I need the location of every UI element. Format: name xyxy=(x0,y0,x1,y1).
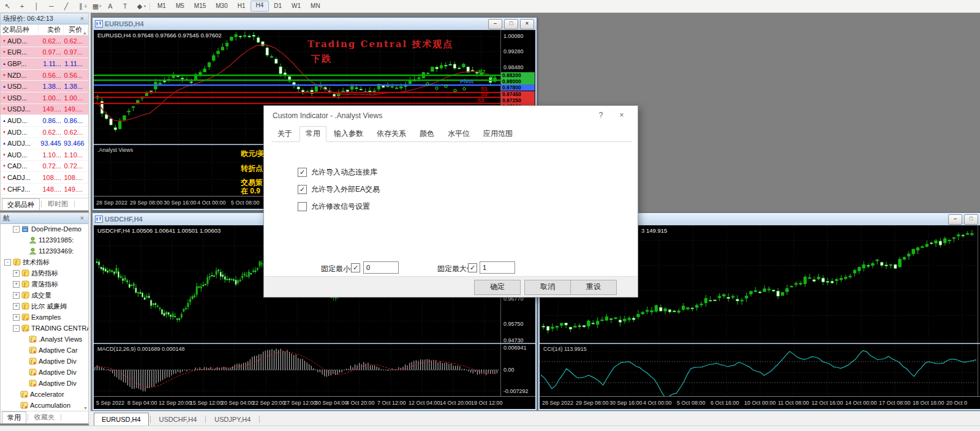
tool-fibonacci-icon[interactable]: ▦F xyxy=(88,1,103,12)
minimize-button[interactable]: – xyxy=(488,19,502,29)
tool-cursor-icon[interactable]: ↖ xyxy=(0,1,15,12)
tree-item-trading-central[interactable]: -fTRADING CENTRAL xyxy=(1,323,88,334)
symbol-row[interactable]: ▼USD...1.00...1.00... xyxy=(1,92,88,104)
tree-item-adaptive-div[interactable]: fAdaptive Div xyxy=(1,367,88,378)
symbol-row[interactable]: ▼USDJ...149....149.... xyxy=(1,104,88,116)
tree-item-112393469-[interactable]: 112393469: xyxy=(1,245,88,257)
expand-toggle[interactable]: - xyxy=(13,325,20,332)
tree-item-成交量[interactable]: +f成交量 xyxy=(1,290,88,301)
tool-crosshair-icon[interactable]: + xyxy=(15,1,29,12)
tool-text-icon[interactable]: A xyxy=(103,1,118,12)
expand-toggle[interactable]: + xyxy=(13,281,20,288)
close-icon[interactable]: × xyxy=(617,111,627,119)
symbol-row[interactable]: ▼NZD...0.56...0.56... xyxy=(1,70,88,81)
checkbox-checked[interactable]: ✓ xyxy=(298,168,307,177)
column-header-1[interactable]: 卖价 xyxy=(39,24,64,35)
market-watch-tab-交易品种[interactable]: 交易品种 xyxy=(2,198,40,210)
dialog-tab-应用范围[interactable]: 应用范围 xyxy=(477,126,519,141)
tree-item-adaptive-div[interactable]: fAdaptive Div xyxy=(1,378,88,389)
fixed-max-checkbox[interactable]: ✓ xyxy=(468,263,477,272)
symbol-row[interactable]: ▼EUR...0.97...0.97... xyxy=(1,47,88,59)
scroll-down-icon[interactable]: ▼ xyxy=(83,406,88,410)
close-icon[interactable]: × xyxy=(78,15,86,22)
tool-text-label-icon[interactable]: T xyxy=(118,1,132,12)
expand-toggle[interactable]: - xyxy=(13,226,20,233)
tool-vertical-line-icon[interactable]: │ xyxy=(29,1,44,12)
market-watch-tab-即时图[interactable]: 即时图 xyxy=(43,198,73,210)
chart-tab-eurusd-h4[interactable]: EURUSD,H4 xyxy=(94,413,149,425)
maximize-button[interactable]: □ xyxy=(964,214,978,225)
reset-button[interactable]: 重设 xyxy=(570,280,617,295)
fixed-min-checkbox[interactable]: ✓ xyxy=(351,263,360,272)
symbol-row[interactable]: ▲USD...1.38...1.38... xyxy=(1,81,88,92)
tree-item-趋势指标[interactable]: +f趋势指标 xyxy=(1,268,88,279)
checkbox-unchecked[interactable] xyxy=(298,202,307,211)
dialog-titlebar[interactable]: Custom Indicator - .Analyst Views xyxy=(264,106,638,126)
chart-tab-usdchf-h4[interactable]: USDCHF,H4 xyxy=(152,413,205,425)
timeframe-d1-button[interactable]: D1 xyxy=(269,1,287,11)
column-header-2[interactable]: 买价 xyxy=(64,24,85,35)
timeframe-mn-button[interactable]: MN xyxy=(306,1,325,11)
timeframe-w1-button[interactable]: W1 xyxy=(287,1,306,11)
navigator-titlebar[interactable]: 航 × xyxy=(1,213,88,224)
tool-equidistant-channel-icon[interactable]: ∥E xyxy=(74,1,88,12)
expand-toggle[interactable]: + xyxy=(13,270,20,277)
tree-item-dooprime-demo[interactable]: -DooPrime-Demo xyxy=(1,223,88,234)
timeframe-m5-button[interactable]: M5 xyxy=(171,1,189,11)
ok-button[interactable]: 确定 xyxy=(474,280,521,295)
market-watch-titlebar[interactable]: 场报价: 06:42:13 × xyxy=(1,13,88,24)
tree-item-accelerator[interactable]: fAccelerator xyxy=(1,389,88,400)
tree-item-adaptive-div[interactable]: fAdaptive Div xyxy=(1,356,88,367)
navigator-tab-常用[interactable]: 常用 xyxy=(2,411,26,423)
timeframe-m15-button[interactable]: M15 xyxy=(189,1,211,11)
expand-toggle[interactable]: + xyxy=(13,303,20,310)
dialog-tab-关于[interactable]: 关于 xyxy=(271,126,298,141)
tool-trendline-icon[interactable]: ╱ xyxy=(59,1,74,12)
tree-item-112391985-[interactable]: 112391985: xyxy=(1,234,88,245)
tree-item-adaptive-car[interactable]: fAdaptive Car xyxy=(1,345,88,356)
dialog-tab-常用[interactable]: 常用 xyxy=(300,126,326,142)
checkbox-checked[interactable]: ✓ xyxy=(298,185,307,194)
close-button[interactable]: × xyxy=(520,19,534,29)
symbol-row[interactable]: ▲AUDJ...93.44593.466 xyxy=(1,138,88,149)
expand-toggle[interactable]: - xyxy=(4,259,11,266)
symbol-row[interactable]: ▼AUD...1.10...1.10... xyxy=(1,149,88,161)
pane-splitter[interactable] xyxy=(540,343,980,344)
expand-toggle[interactable]: + xyxy=(13,314,20,321)
timeframe-m1-button[interactable]: M1 xyxy=(153,1,171,11)
help-icon[interactable]: ? xyxy=(596,111,606,119)
dialog-tab-水平位[interactable]: 水平位 xyxy=(442,126,476,141)
timeframe-h1-button[interactable]: H1 xyxy=(233,1,251,11)
fixed-min-input[interactable]: 0 xyxy=(363,261,399,274)
tool-shapes-icon[interactable]: ◆▾ xyxy=(132,1,147,12)
symbol-row[interactable]: ▼CADJ...108....108.... xyxy=(1,172,88,184)
symbol-row[interactable]: ▼AUD...0.62...0.62... xyxy=(1,127,88,138)
tree-item-examples[interactable]: +fExamples xyxy=(1,312,88,323)
tree-item-技术指标[interactable]: -f技术指标 xyxy=(1,257,88,268)
navigator-tab-收藏夹[interactable]: 收藏夹 xyxy=(29,411,59,423)
close-icon[interactable]: × xyxy=(78,215,86,222)
timeframe-h4-button[interactable]: H4 xyxy=(251,1,270,12)
symbol-row[interactable]: ▼CAD...0.72...0.72... xyxy=(1,161,88,173)
maximize-button[interactable]: □ xyxy=(504,19,518,29)
dialog-tab-依存关系[interactable]: 依存关系 xyxy=(371,126,412,141)
tree-item-accumulation[interactable]: fAccumulation xyxy=(1,400,88,411)
panel-splitter[interactable] xyxy=(89,12,91,425)
fixed-max-input[interactable]: 1 xyxy=(480,261,515,274)
tree-item-震荡指标[interactable]: +f震荡指标 xyxy=(1,279,88,290)
minimize-button[interactable]: – xyxy=(948,214,962,225)
dialog-tab-输入参数[interactable]: 输入参数 xyxy=(328,126,369,141)
pane-splitter[interactable] xyxy=(94,343,535,344)
symbol-row[interactable]: ▲GBP...1.11...1.11... xyxy=(1,58,88,70)
chart-tab-usdjpy-h4[interactable]: USDJPY,H4 xyxy=(207,413,258,425)
symbol-row[interactable]: ▼CHFJ...148....149.... xyxy=(1,184,88,195)
dialog-tab-颜色[interactable]: 颜色 xyxy=(413,126,440,141)
symbol-row[interactable]: ▲AUD...0.86...0.86... xyxy=(1,115,88,127)
expand-toggle[interactable]: + xyxy=(13,292,20,299)
column-header-0[interactable]: 交易品种 xyxy=(1,24,39,35)
time-axis-usdchf[interactable]: 5 Sep 20228 Sep 04:0012 Sep 20:0015 Sep … xyxy=(94,396,535,409)
cancel-button[interactable]: 取消 xyxy=(524,280,571,295)
symbol-row[interactable]: ▼AUD...0.62...0.62... xyxy=(1,36,88,47)
tool-horizontal-line-icon[interactable]: ─ xyxy=(44,1,59,12)
tree-item--analyst-views[interactable]: f.Analyst Views xyxy=(1,334,88,345)
